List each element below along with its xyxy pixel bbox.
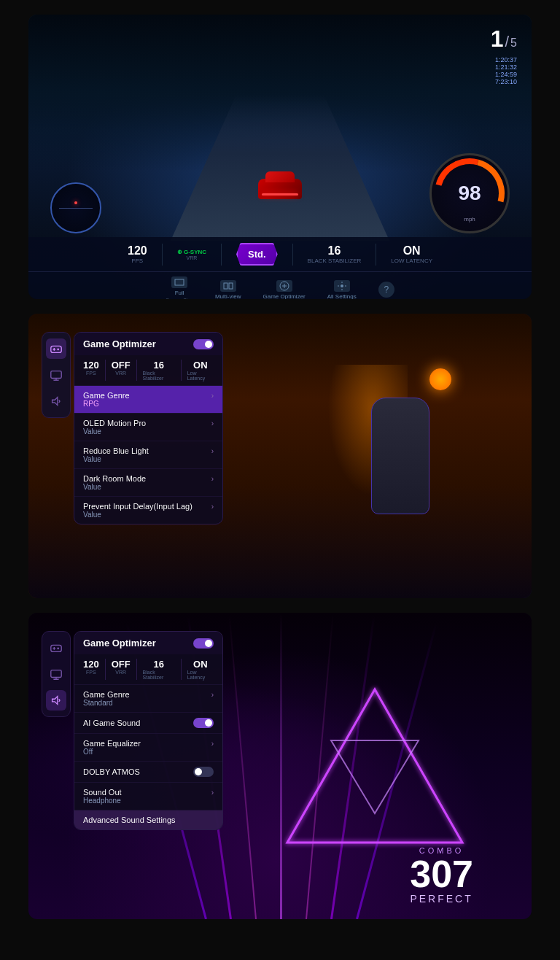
svg-marker-15: [331, 740, 419, 813]
opt-stat-fps: 120 FPS: [83, 360, 99, 381]
svg-rect-1: [224, 283, 228, 289]
hud-action-multi-view[interactable]: Multi-view: [215, 280, 241, 300]
opt-stat-latency: ON Low Latency: [187, 360, 214, 381]
opt3-stat-fps: 120 FPS: [83, 659, 99, 680]
opt-stat-vrr: OFF VRR: [112, 360, 131, 381]
speedo-unit: mph: [464, 216, 475, 222]
panel-racing-game: 98 mph 1 / 5 1:20:37 1:21:32 1:24:59 7:2…: [28, 15, 532, 299]
svg-marker-23: [52, 697, 58, 705]
optimizer3-toggle[interactable]: [193, 638, 214, 649]
race-pos-total: 5: [510, 36, 517, 50]
hud-bar: 120 FPS ⊕ G-SYNC VRR Std. 16 Black Stabi…: [28, 237, 532, 299]
scifi-character: [298, 336, 502, 576]
hud-action-screen-size[interactable]: Full Screen Size: [166, 276, 193, 299]
chevron-icon: ›: [211, 392, 214, 400]
chevron-icon: ›: [211, 740, 214, 748]
optimizer-header: Game Optimizer: [74, 333, 222, 355]
sidebar3-icon-gamepad[interactable]: [46, 638, 66, 658]
menu-item-reduce-blue-light[interactable]: Reduce Blue Light › Value: [74, 441, 222, 469]
sidebar-icon-sound[interactable]: [46, 391, 66, 411]
menu-item-input-lag[interactable]: Prevent Input Delay(Input Lag) › Value: [74, 497, 222, 524]
sidebar-icon-gamepad[interactable]: [46, 338, 66, 359]
chevron-icon: ›: [211, 503, 214, 511]
optimizer-toggle[interactable]: [193, 339, 214, 349]
svg-rect-16: [51, 645, 61, 651]
chevron-icon: ›: [211, 789, 214, 797]
sidebar3-icon-display[interactable]: [46, 664, 66, 684]
minimap-line: [59, 208, 93, 209]
svg-rect-20: [51, 670, 61, 678]
car-body: [258, 179, 302, 199]
panel-game-optimizer-visual: Game Optimizer 120 FPS OFF VRR 16 Black …: [28, 314, 532, 598]
hud-fps: 120 FPS: [128, 244, 147, 264]
speedometer: 98 mph: [429, 153, 510, 233]
svg-point-4: [341, 284, 343, 287]
menu3-item-ai-game-sound[interactable]: AI Game Sound: [74, 713, 222, 734]
opt3-stat-black: 16 Black Stabilizer: [143, 659, 175, 680]
hud-action-help[interactable]: ?: [378, 282, 394, 298]
opt-stat-black: 16 Black Stabilizer: [143, 360, 175, 381]
hud-action-game-optimizer[interactable]: Game Optimizer: [263, 280, 306, 300]
menu3-item-sound-out[interactable]: Sound Out › Headphone: [74, 783, 222, 810]
hud-action-all-settings[interactable]: All Settings: [327, 280, 357, 300]
gsync-badge: ⊕ G-SYNC VRR: [177, 249, 206, 260]
race-times: 1:20:37 1:21:32 1:24:59 7:23:10: [491, 56, 517, 85]
menu-item-game-genre[interactable]: Game Genre › RPG: [74, 386, 222, 414]
svg-rect-2: [229, 283, 233, 289]
menu3-item-equalizer[interactable]: Game Equalizer › Off: [74, 734, 222, 762]
optimizer3-title: Game Optimizer: [83, 638, 156, 649]
sidebar3-icon-sound[interactable]: [46, 690, 66, 711]
menu-item-dark-room[interactable]: Dark Room Mode › Value: [74, 469, 222, 497]
hud-mode-badge: Std.: [236, 243, 278, 266]
combo-perfect: PERFECT: [410, 893, 473, 905]
hud-black-stabilizer: 16 Black Stabilizer: [308, 244, 362, 264]
optimizer3-sidebar: [42, 631, 71, 717]
racing-car: [258, 179, 302, 204]
svg-point-19: [57, 648, 59, 650]
race-position: 1 / 5 1:20:37 1:21:32 1:24:59 7:23:10: [491, 26, 517, 85]
minimap: [50, 182, 101, 233]
dolby-atmos-toggle[interactable]: [193, 767, 214, 777]
menu-item-oled-motion[interactable]: OLED Motion Pro › Value: [74, 414, 222, 441]
svg-rect-5: [51, 346, 61, 352]
svg-rect-10: [51, 371, 61, 379]
speedo-ring: 98 mph: [429, 153, 510, 233]
chevron-icon: ›: [211, 419, 214, 427]
opt3-stat-vrr: OFF VRR: [112, 659, 131, 680]
chevron-icon: ›: [211, 447, 214, 455]
hud-low-latency: ON Low Latency: [391, 244, 432, 264]
menu3-item-dolby[interactable]: DOLBY ATMOS: [74, 762, 222, 783]
svg-point-7: [57, 349, 59, 351]
optimizer3-stats: 120 FPS OFF VRR 16 Black Stabilizer ON L…: [74, 654, 222, 685]
combo-display: COMBO 307 PERFECT: [410, 846, 473, 905]
minimap-dot: [74, 201, 77, 204]
optimizer-stats: 120 FPS OFF VRR 16 Black Stabilizer ON L…: [74, 355, 222, 386]
svg-marker-13: [52, 398, 58, 406]
combo-number: 307: [410, 855, 473, 893]
optimizer-title: Game Optimizer: [83, 338, 156, 349]
chevron-icon: ›: [211, 691, 214, 699]
optimizer-sidebar: [42, 332, 71, 418]
ai-game-sound-toggle[interactable]: [193, 718, 214, 728]
hud-actions: Full Screen Size Multi-view Game Optimiz…: [28, 272, 532, 299]
glowing-orb: [429, 368, 451, 390]
neon-triangle-svg: [273, 667, 477, 872]
opt3-stat-latency: ON Low Latency: [187, 659, 214, 680]
sidebar-icon-display[interactable]: [46, 365, 66, 385]
panel-game-optimizer-sound: COMBO 307 PERFECT: [28, 613, 532, 919]
car-lights: [262, 193, 298, 196]
optimizer-main-panel: Game Optimizer 120 FPS OFF VRR 16 Black …: [74, 332, 223, 524]
svg-rect-0: [175, 279, 184, 285]
speedo-number: 98: [458, 182, 481, 205]
optimizer3-header: Game Optimizer: [74, 632, 222, 654]
hud-stats: 120 FPS ⊕ G-SYNC VRR Std. 16 Black Stabi…: [28, 237, 532, 272]
chevron-icon: ›: [211, 475, 214, 483]
menu3-item-game-genre[interactable]: Game Genre › Standard: [74, 685, 222, 713]
optimizer3-main-panel: Game Optimizer 120 FPS OFF VRR 16 Black …: [74, 631, 223, 830]
svg-marker-14: [287, 689, 462, 843]
menu3-item-advanced-sound[interactable]: Advanced Sound Settings: [74, 810, 222, 829]
race-pos-number: 1: [491, 26, 504, 53]
